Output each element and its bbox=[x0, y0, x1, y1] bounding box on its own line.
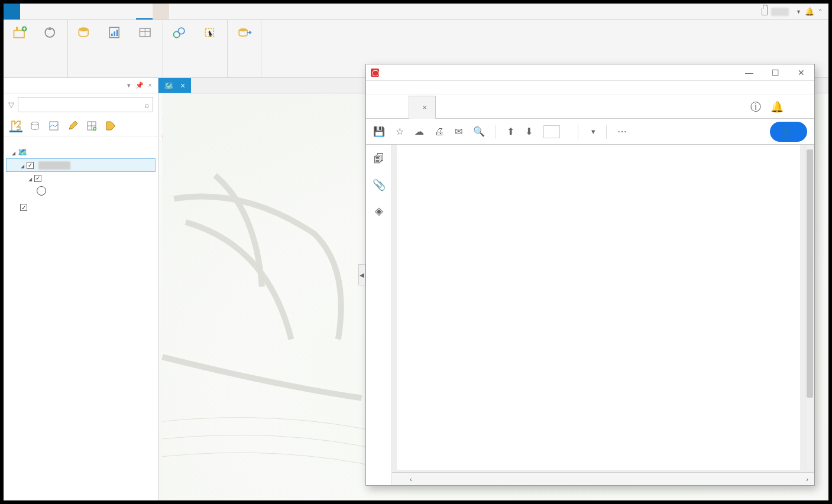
map-frame-icon: 🗺️ bbox=[18, 148, 27, 157]
star-icon[interactable]: ☆ bbox=[396, 126, 404, 137]
search-input[interactable] bbox=[18, 97, 153, 112]
ribbon-collapse-icon[interactable]: ⌃ bbox=[818, 8, 823, 15]
drawing-order-label bbox=[4, 136, 158, 146]
svg-rect-1 bbox=[16, 27, 18, 30]
acrobat-home-tab[interactable] bbox=[366, 95, 387, 118]
ribbon-tab-map[interactable] bbox=[20, 4, 37, 19]
reports-button[interactable] bbox=[103, 22, 127, 73]
attachments-icon[interactable]: 📎 bbox=[373, 178, 386, 191]
zoom-dropdown[interactable]: ▾ bbox=[589, 127, 595, 136]
print-icon[interactable]: 🖨 bbox=[435, 126, 444, 137]
map-tab-icon: 🗺️ bbox=[164, 82, 173, 90]
point-symbol-icon bbox=[37, 186, 46, 196]
ribbon-tab-insert[interactable] bbox=[37, 4, 53, 19]
contents-dropdown-icon[interactable]: ▾ bbox=[127, 82, 131, 89]
acrobat-tools-tab[interactable] bbox=[387, 95, 409, 118]
ribbon-tab-analysis[interactable] bbox=[53, 4, 70, 19]
pdf-icon bbox=[371, 69, 379, 77]
ribbon-tab-imagery[interactable] bbox=[103, 4, 119, 19]
horizontal-scroll-right-icon[interactable]: › bbox=[806, 476, 808, 483]
tree-node-topographic[interactable] bbox=[6, 202, 156, 213]
page-current-input[interactable] bbox=[543, 125, 560, 138]
geodata-button[interactable] bbox=[73, 22, 96, 73]
layer-visibility-checkbox[interactable] bbox=[34, 175, 41, 182]
svg-point-4 bbox=[79, 27, 88, 31]
contents-pin-icon[interactable]: 📌 bbox=[135, 82, 144, 89]
tree-node-equis-url[interactable] bbox=[6, 158, 156, 172]
close-button[interactable]: ✕ bbox=[788, 64, 814, 81]
acrobat-window: ◀ — ☐ ✕ ⓘ 🔔 💾 ☆ ☁ 🖨 ✉ 🔍 bbox=[365, 64, 815, 486]
svg-rect-0 bbox=[14, 31, 25, 38]
contents-pane: ▾ 📌 × bbox=[4, 78, 158, 500]
table-labels-button[interactable] bbox=[134, 22, 158, 73]
thumbnails-icon[interactable]: 🗐 bbox=[374, 153, 384, 165]
maximize-button[interactable]: ☐ bbox=[762, 64, 788, 81]
select-locations-button[interactable] bbox=[199, 22, 222, 73]
user-dropdown-icon[interactable]: ▼ bbox=[796, 9, 801, 15]
pdf-page[interactable] bbox=[397, 145, 800, 470]
acrobat-document-tab[interactable] bbox=[409, 96, 436, 119]
share-person-icon: 👤 bbox=[781, 126, 792, 137]
ribbon-tab-project[interactable] bbox=[4, 4, 20, 19]
vertical-scrollbar[interactable] bbox=[805, 145, 814, 470]
layer-visibility-checkbox[interactable] bbox=[20, 204, 27, 211]
filter-icon[interactable] bbox=[8, 99, 14, 110]
map-tab[interactable]: 🗺️ bbox=[158, 78, 191, 93]
add-site-button[interactable] bbox=[8, 22, 32, 73]
notifications-icon[interactable]: 🔔 bbox=[771, 100, 784, 113]
refresh-site-button[interactable] bbox=[39, 22, 63, 73]
stiff-diagram bbox=[397, 145, 800, 470]
lock-icon bbox=[762, 8, 768, 15]
svg-rect-6 bbox=[111, 34, 113, 36]
close-icon[interactable] bbox=[422, 103, 427, 112]
svg-rect-8 bbox=[116, 30, 118, 37]
url-blurred bbox=[38, 161, 70, 170]
toc-list-by-drawing-order-icon[interactable] bbox=[9, 119, 22, 132]
ribbon-tab-appearance[interactable] bbox=[153, 4, 169, 19]
expand-icon[interactable] bbox=[21, 161, 24, 170]
expand-icon[interactable] bbox=[28, 174, 32, 183]
help-icon[interactable]: ⓘ bbox=[750, 100, 761, 114]
zoom-out-icon[interactable]: 🔍 bbox=[473, 126, 485, 137]
page-up-icon[interactable]: ⬆ bbox=[507, 126, 514, 137]
tree-node-location-symbol[interactable] bbox=[6, 184, 156, 197]
bell-icon[interactable] bbox=[805, 7, 814, 16]
acrobat-menubar bbox=[366, 81, 814, 95]
email-icon[interactable]: ✉ bbox=[455, 126, 462, 137]
minimize-button[interactable]: — bbox=[736, 64, 762, 81]
layer-visibility-checkbox[interactable] bbox=[27, 162, 34, 169]
share-button[interactable]: 👤 bbox=[770, 122, 807, 142]
acrobat-collapse-handle[interactable]: ◀ bbox=[358, 264, 365, 285]
more-tools-icon[interactable]: ⋯ bbox=[617, 126, 627, 137]
svg-point-13 bbox=[178, 28, 184, 34]
user-name-blurred bbox=[771, 8, 789, 16]
toc-list-by-editing-icon[interactable] bbox=[66, 119, 79, 132]
horizontal-scroll-left-icon[interactable]: ‹ bbox=[410, 476, 412, 483]
export-to-equis-button[interactable] bbox=[232, 22, 256, 73]
contents-close-icon[interactable]: × bbox=[148, 82, 152, 89]
svg-point-15 bbox=[239, 28, 247, 31]
ribbon-tabs: ▼ ⌃ bbox=[4, 4, 828, 20]
layers-icon[interactable]: ◈ bbox=[375, 204, 383, 217]
ribbon-tab-view[interactable] bbox=[70, 4, 86, 19]
graphics-by-location-button[interactable] bbox=[168, 22, 192, 73]
ribbon-tab-share[interactable] bbox=[119, 4, 136, 19]
toc-list-by-selection-icon[interactable] bbox=[47, 119, 60, 132]
tree-node-location-points[interactable] bbox=[6, 172, 156, 184]
toc-list-by-labeling-icon[interactable] bbox=[104, 119, 117, 132]
toc-list-by-source-icon[interactable] bbox=[28, 119, 41, 132]
tree-node-map[interactable]: 🗺️ bbox=[6, 146, 156, 158]
close-icon[interactable] bbox=[180, 81, 185, 90]
search-icon[interactable] bbox=[141, 99, 153, 110]
cloud-upload-icon[interactable]: ☁ bbox=[415, 126, 424, 137]
toc-list-by-snapping-icon[interactable] bbox=[85, 119, 98, 132]
expand-icon[interactable] bbox=[12, 148, 15, 157]
sign-in-button[interactable] bbox=[793, 95, 814, 118]
page-down-icon[interactable]: ⬇ bbox=[525, 126, 533, 137]
svg-rect-7 bbox=[114, 31, 115, 36]
svg-point-16 bbox=[31, 122, 38, 125]
ribbon-tab-edit[interactable] bbox=[86, 4, 103, 19]
save-icon[interactable]: 💾 bbox=[373, 126, 385, 137]
ribbon-tab-arcequis[interactable] bbox=[136, 4, 153, 19]
